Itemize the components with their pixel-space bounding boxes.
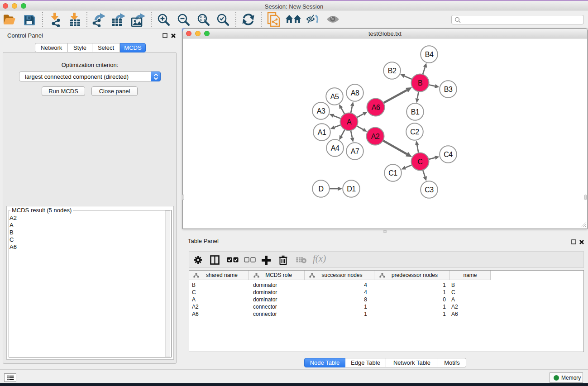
svg-text:B3: B3 [444, 86, 453, 93]
svg-text:A3: A3 [317, 107, 325, 115]
svg-text:C1: C1 [388, 169, 397, 177]
svg-text:C4: C4 [444, 151, 453, 158]
svg-text:A: A [347, 118, 352, 126]
svg-text:A6: A6 [372, 104, 380, 111]
svg-text:A4: A4 [331, 144, 339, 152]
svg-text:A2: A2 [371, 133, 380, 140]
svg-text:A1: A1 [318, 129, 326, 136]
svg-text:C: C [417, 158, 422, 166]
svg-text:D: D [318, 185, 323, 193]
svg-text:C2: C2 [410, 128, 419, 136]
svg-text:A8: A8 [351, 89, 359, 97]
svg-text:A7: A7 [351, 148, 359, 155]
svg-text:B4: B4 [425, 51, 434, 58]
svg-text:D1: D1 [347, 185, 356, 193]
svg-text:A5: A5 [330, 93, 339, 100]
svg-text:C3: C3 [425, 186, 434, 194]
svg-text:B2: B2 [388, 67, 397, 75]
svg-text:B: B [418, 79, 422, 87]
svg-text:B1: B1 [411, 108, 420, 116]
